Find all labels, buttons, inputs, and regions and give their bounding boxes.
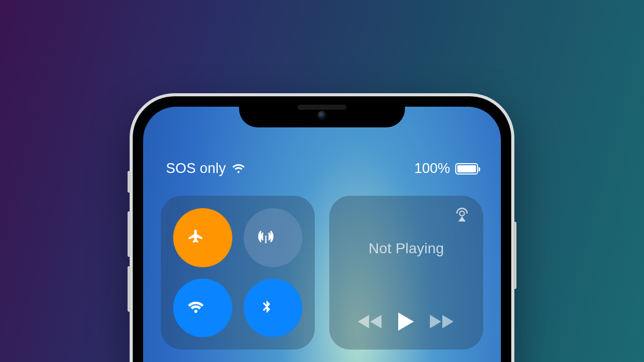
volume-down bbox=[128, 266, 131, 312]
notch bbox=[239, 96, 405, 127]
connectivity-card[interactable] bbox=[161, 196, 315, 350]
mute-switch bbox=[128, 171, 131, 193]
media-playback-card[interactable]: Not Playing bbox=[329, 196, 483, 350]
bezel: SOS only 100% bbox=[133, 96, 511, 362]
wifi-status-icon bbox=[231, 162, 246, 176]
phone-frame: SOS only 100% bbox=[130, 93, 514, 362]
play-button[interactable] bbox=[397, 311, 415, 332]
screen: SOS only 100% bbox=[143, 107, 501, 362]
cellular-data-toggle[interactable] bbox=[244, 208, 303, 267]
status-bar: SOS only 100% bbox=[143, 161, 501, 177]
battery-percent-text: 100% bbox=[414, 161, 450, 177]
control-center: Not Playing bbox=[143, 196, 501, 350]
rewind-button[interactable] bbox=[357, 313, 384, 330]
airplane-icon bbox=[188, 228, 218, 247]
front-camera bbox=[317, 111, 327, 120]
speaker-grill bbox=[298, 105, 346, 110]
bluetooth-icon bbox=[260, 298, 286, 317]
fast-forward-button[interactable] bbox=[429, 313, 456, 330]
now-playing-title: Not Playing bbox=[369, 240, 444, 257]
battery-icon bbox=[455, 163, 478, 175]
airplane-mode-toggle[interactable] bbox=[173, 208, 232, 267]
power-button bbox=[513, 222, 516, 289]
svg-point-2 bbox=[459, 211, 464, 216]
svg-point-0 bbox=[265, 236, 267, 238]
battery-fill bbox=[457, 165, 476, 172]
transport-controls bbox=[342, 311, 471, 335]
wifi-toggle[interactable] bbox=[173, 279, 232, 338]
volume-up bbox=[128, 211, 131, 257]
cellular-antenna-icon bbox=[258, 228, 288, 247]
wifi-icon bbox=[188, 300, 218, 315]
network-status-text: SOS only bbox=[166, 161, 226, 177]
airplay-icon[interactable] bbox=[453, 206, 471, 226]
bluetooth-toggle[interactable] bbox=[244, 279, 303, 338]
